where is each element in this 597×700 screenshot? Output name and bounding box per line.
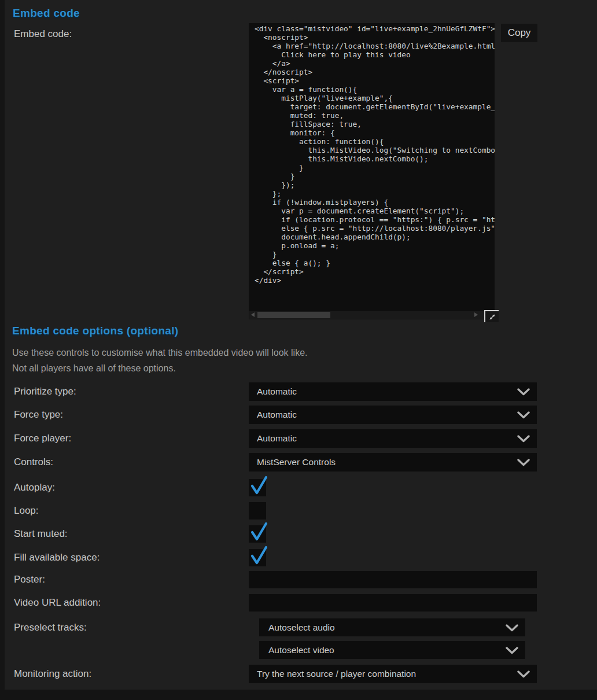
autoplay-checkbox[interactable] (249, 479, 266, 496)
options-description-2: Not all players have all of these option… (12, 363, 176, 374)
embed-code-textarea[interactable]: <div class="mistvideo" id="live+example_… (249, 23, 495, 319)
resize-arrow-icon (488, 313, 496, 321)
scrollbar-thumb[interactable] (257, 312, 330, 318)
preselect-tracks-label: Preselect tracks: (14, 618, 87, 636)
force-type-select[interactable]: Automatic (249, 406, 537, 424)
page-left-edge (0, 0, 5, 690)
force-player-value: Automatic (257, 429, 297, 448)
check-icon (249, 521, 268, 543)
check-icon (249, 544, 268, 566)
scroll-right-icon[interactable] (474, 312, 478, 317)
chevron-down-icon (517, 435, 530, 443)
preselect-video-select[interactable]: Autoselect video (259, 641, 525, 659)
textarea-resize-handle[interactable] (484, 310, 499, 322)
fill-available-space-checkbox[interactable] (249, 549, 266, 566)
scroll-left-icon[interactable] (251, 312, 255, 317)
chevron-down-icon (517, 388, 530, 396)
monitoring-action-value: Try the next source / player combination (257, 665, 416, 683)
embed-code-page: { "ui_colors": { "accent_blue": "#2b8dd0… (0, 0, 597, 700)
prioritize-type-select[interactable]: Automatic (249, 382, 537, 401)
force-player-label: Force player: (14, 429, 71, 448)
embed-code-text: <div class="mistvideo" id="live+example_… (249, 23, 495, 285)
chevron-down-icon (506, 624, 518, 632)
start-muted-checkbox[interactable] (249, 525, 266, 543)
video-url-addition-label: Video URL addition: (14, 594, 101, 611)
monitoring-action-label: Monitoring action: (14, 665, 91, 683)
prioritize-type-label: Prioritize type: (14, 382, 76, 401)
loop-label: Loop: (14, 502, 39, 520)
loop-checkbox[interactable] (249, 502, 266, 520)
autoplay-label: Autoplay: (14, 479, 55, 496)
controls-select[interactable]: MistServer Controls (249, 453, 537, 471)
copy-button[interactable]: Copy (501, 24, 537, 42)
chevron-down-icon (517, 411, 530, 419)
check-icon (249, 474, 268, 496)
controls-value: MistServer Controls (257, 453, 336, 471)
force-type-label: Force type: (14, 406, 63, 424)
preselect-audio-value: Autoselect audio (268, 618, 335, 636)
force-type-value: Automatic (257, 406, 297, 424)
controls-label: Controls: (14, 453, 53, 471)
poster-label: Poster: (14, 571, 45, 588)
preselect-audio-select[interactable]: Autoselect audio (259, 618, 525, 636)
video-url-addition-input[interactable] (249, 594, 537, 611)
preselect-video-value: Autoselect video (268, 641, 334, 659)
embed-code-label: Embed code: (14, 28, 72, 40)
fill-available-space-label: Fill available space: (14, 549, 100, 566)
horizontal-scrollbar[interactable] (249, 311, 494, 319)
poster-input[interactable] (249, 571, 537, 588)
embed-code-section-title: Embed code (13, 7, 80, 20)
monitoring-action-select[interactable]: Try the next source / player combination (249, 665, 537, 683)
page-bottom-edge (0, 690, 597, 700)
force-player-select[interactable]: Automatic (249, 429, 537, 448)
options-section-title: Embed code options (optional) (12, 325, 178, 337)
start-muted-label: Start muted: (14, 525, 68, 543)
chevron-down-icon (506, 647, 518, 654)
chevron-down-icon (517, 459, 530, 466)
prioritize-type-value: Automatic (257, 382, 297, 401)
chevron-down-icon (517, 670, 530, 678)
options-description-1: Use these controls to customise what thi… (12, 348, 307, 358)
